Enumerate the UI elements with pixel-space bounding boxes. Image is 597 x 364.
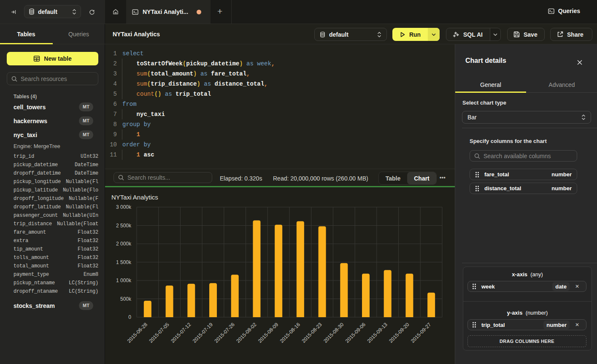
svg-text:2015-07-19: 2015-07-19 [192,321,214,344]
svg-text:2015-08-16: 2015-08-16 [279,321,302,344]
svg-text:2015-06-28: 2015-06-28 [126,321,149,344]
svg-text:2015-07-26: 2015-07-26 [213,321,236,344]
svg-text:0: 0 [128,314,131,320]
svg-text:2015-08-02: 2015-08-02 [235,321,258,344]
svg-text:2 500k: 2 500k [116,223,132,229]
svg-text:2 000k: 2 000k [116,241,132,247]
svg-text:500k: 500k [120,296,132,302]
svg-text:3 000k: 3 000k [116,204,132,210]
svg-text:2015-07-05: 2015-07-05 [148,321,170,344]
svg-text:2015-07-12: 2015-07-12 [170,321,192,344]
svg-text:2015-08-23: 2015-08-23 [300,321,323,344]
svg-text:2015-09-13: 2015-09-13 [366,321,389,344]
svg-text:1 500k: 1 500k [116,259,132,265]
svg-text:2015-09-20: 2015-09-20 [388,321,411,344]
svg-text:2015-08-30: 2015-08-30 [322,321,345,344]
svg-text:2015-09-06: 2015-09-06 [344,321,367,344]
svg-text:2015-08-09: 2015-08-09 [257,321,280,344]
svg-text:1 000k: 1 000k [116,278,132,283]
svg-text:2015-09-27: 2015-09-27 [410,321,432,344]
svg-text:NYTaxi Analytics: NYTaxi Analytics [111,194,158,201]
